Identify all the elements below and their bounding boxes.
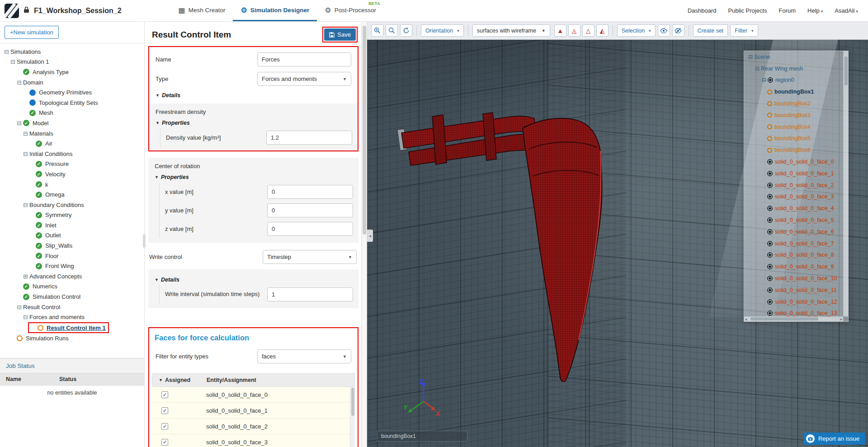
tree-item-forces-and-moments[interactable]: ⊟Forces and moments: [0, 312, 144, 322]
bounding-box-ring-icon[interactable]: [767, 113, 772, 118]
tree-item-simulation-1[interactable]: ⊟Simulation 1: [0, 57, 144, 67]
tree-item-geometry-primitives[interactable]: Geometry Primitives: [0, 87, 144, 98]
z-value-input[interactable]: [267, 222, 353, 236]
create-set-button[interactable]: Create set: [693, 24, 728, 37]
bounding-box-ring-icon[interactable]: [767, 101, 772, 106]
tree-item-result-control-item-1[interactable]: Result Control Item 1: [28, 322, 109, 333]
tree-item-pressure[interactable]: ✓Pressure: [0, 159, 144, 169]
tree-item-mesh[interactable]: ✓Mesh: [0, 108, 144, 118]
tree-item-advanced-concepts[interactable]: ⊞Advanced Concepts: [0, 271, 144, 282]
bounding-box-ring-icon[interactable]: [767, 136, 772, 141]
nav-forum[interactable]: Forum: [779, 7, 796, 14]
sort-caret-icon[interactable]: ▼: [159, 378, 163, 382]
visibility-eye-icon[interactable]: [767, 159, 773, 165]
collapse-icon[interactable]: ⊟: [754, 66, 761, 72]
collapse-icon[interactable]: ⊟: [747, 54, 754, 60]
render-mode-select[interactable]: surfaces with wireframe▼: [472, 24, 550, 37]
visibility-eye-icon[interactable]: [767, 194, 773, 199]
collapse-icon[interactable]: ⊟: [9, 58, 17, 65]
scene-item-solid-0-solid-0-face-7[interactable]: solid_0_solid_0_face_7: [744, 238, 848, 249]
tree-item-simulation-runs[interactable]: Simulation Runs: [0, 333, 144, 343]
visibility-eye-icon[interactable]: [767, 217, 773, 223]
visibility-eye-icon[interactable]: [767, 311, 773, 316]
tree-item-air[interactable]: ✓Air: [0, 138, 144, 149]
collapse-icon[interactable]: ⊟: [22, 130, 29, 137]
filter-dropdown[interactable]: Filter▾: [730, 24, 758, 37]
tree-item-numerics[interactable]: ✓Numerics: [0, 282, 144, 292]
scene-item-solid-0-solid-0-face-1[interactable]: solid_0_solid_0_face_1: [744, 168, 848, 179]
bounding-box-ring-icon[interactable]: [767, 124, 772, 129]
user-menu[interactable]: AsadAli▾: [835, 7, 858, 14]
tree-item-simulations[interactable]: ⊟Simulations: [0, 47, 144, 57]
scene-item-solid-0-solid-0-face-3[interactable]: solid_0_solid_0_face_3: [744, 191, 848, 203]
tree-item-outlet[interactable]: ✓Outlet: [0, 231, 144, 241]
app-logo[interactable]: [5, 4, 19, 18]
tree-item-inlet[interactable]: ✓Inlet: [0, 220, 144, 231]
mesh-quality-button-2[interactable]: △: [582, 24, 594, 37]
collapse-icon[interactable]: ⊟: [15, 120, 23, 127]
type-select[interactable]: Forces and moments ▼: [257, 72, 351, 86]
scene-tree-hscrollbar[interactable]: ◂▸: [744, 316, 843, 321]
tree-item-analysis-type[interactable]: ✓Analysis Type: [0, 67, 144, 77]
panel-scrollbar[interactable]: [362, 22, 367, 447]
help-menu[interactable]: Help▾: [807, 7, 823, 14]
scene-item-solid-0-solid-0-face-10[interactable]: solid_0_solid_0_face_10: [744, 273, 848, 284]
tree-item-boundary-conditions[interactable]: ⊟Boundary Conditions: [0, 200, 144, 210]
assigned-checkbox[interactable]: ✓: [161, 391, 168, 398]
scene-item-solid-0-solid-0-face-4[interactable]: solid_0_solid_0_face_4: [744, 202, 848, 214]
report-issue-button[interactable]: Report an issue: [804, 433, 865, 445]
assigned-checkbox[interactable]: ✓: [161, 423, 168, 430]
rear-wing-model[interactable]: [389, 108, 624, 397]
selection-dropdown[interactable]: Selection▾: [617, 24, 656, 37]
properties-toggle[interactable]: ▼Properties: [150, 170, 357, 183]
scene-item-boundingbox3[interactable]: boundingBox3: [744, 109, 848, 121]
scene-tree-vscrollbar[interactable]: [843, 51, 848, 316]
visibility-eye-icon[interactable]: [767, 287, 773, 293]
name-input[interactable]: [257, 52, 351, 66]
write-control-select[interactable]: Timestep ▼: [263, 250, 357, 264]
expand-icon[interactable]: ⊞: [22, 273, 29, 280]
show-all-button[interactable]: [658, 24, 670, 37]
collapse-icon[interactable]: ⊟: [15, 79, 23, 86]
scene-item-boundingbox4[interactable]: boundingBox4: [744, 121, 848, 133]
visibility-eye-icon[interactable]: [767, 206, 773, 211]
visibility-eye-icon[interactable]: [767, 171, 773, 176]
sidebar-resize-handle[interactable]: [143, 234, 146, 248]
visibility-eye-icon[interactable]: [767, 229, 773, 235]
scene-item-boundingbox1[interactable]: boundingBox1: [744, 86, 848, 98]
tree-item-front-wing[interactable]: ✓Front Wing: [0, 261, 144, 271]
nav-public-projects[interactable]: Public Projects: [728, 7, 767, 14]
tree-item-initial-conditions[interactable]: ⊟Initial Conditions: [0, 149, 144, 159]
collapse-icon[interactable]: ⊟: [15, 304, 23, 311]
collapse-icon[interactable]: ⊟: [22, 314, 29, 320]
details-toggle[interactable]: ▼Details: [150, 273, 357, 285]
zoom-box-button[interactable]: [386, 24, 398, 37]
scene-item-boundingbox6[interactable]: boundingBox6: [744, 144, 848, 156]
tab-post-processor[interactable]: BETA ⚙ Post-Processor: [317, 0, 384, 21]
assigned-checkbox[interactable]: ✓: [161, 439, 168, 446]
scene-item-boundingbox2[interactable]: boundingBox2: [744, 98, 848, 109]
details-toggle[interactable]: ▼Details: [151, 89, 356, 101]
tree-item-floor[interactable]: ✓Floor: [0, 251, 144, 261]
collapse-icon[interactable]: ⊟: [22, 202, 29, 208]
mesh-quality-button-0[interactable]: ▲: [554, 24, 566, 37]
3d-canvas[interactable]: ⊟Scene⊟Rear Wing mesh⊟region0boundingBox…: [367, 40, 868, 447]
scene-item-solid-0-solid-0-face-0[interactable]: solid_0_solid_0_face_0: [744, 156, 848, 168]
scene-item-solid-0-solid-0-face-5[interactable]: solid_0_solid_0_face_5: [744, 214, 848, 226]
new-simulation-button[interactable]: +New simulation: [5, 26, 59, 39]
scene-item-solid-0-solid-0-face-11[interactable]: solid_0_solid_0_face_11: [744, 284, 848, 296]
panel-collapse-handle[interactable]: ◂: [367, 230, 373, 242]
tree-item-velocity[interactable]: ✓Velocity: [0, 169, 144, 179]
tree-item-result-control[interactable]: ⊟Result Control: [0, 302, 144, 312]
tree-item-slip-walls[interactable]: ✓Slip_Walls: [0, 240, 144, 251]
mesh-quality-button-3[interactable]: ◭: [596, 24, 609, 37]
scene-item-rear-wing-mesh[interactable]: ⊟Rear Wing mesh: [744, 63, 848, 75]
visibility-eye-icon[interactable]: [768, 77, 773, 83]
tree-item-symmetry[interactable]: ✓Symmetry: [0, 210, 144, 221]
scene-item-boundingbox5[interactable]: boundingBox5: [744, 133, 848, 145]
mesh-quality-button-1[interactable]: ◬: [568, 24, 580, 37]
density-input[interactable]: [266, 131, 352, 145]
scene-item-solid-0-solid-0-face-12[interactable]: solid_0_solid_0_face_12: [744, 296, 848, 308]
zoom-in-button[interactable]: [371, 24, 383, 37]
bounding-box-ring-icon[interactable]: [767, 89, 772, 94]
